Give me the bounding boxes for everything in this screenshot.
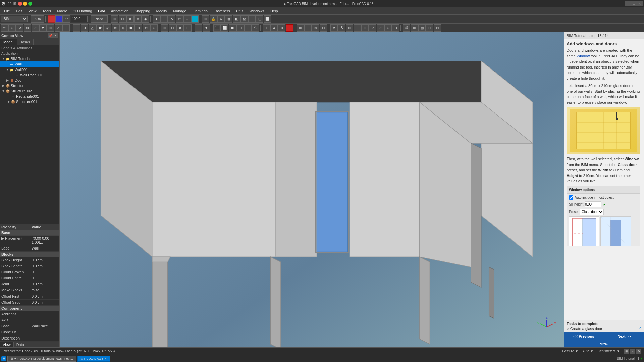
tb2-37[interactable]: ⊞ (297, 24, 304, 32)
tb2-29[interactable]: ◼ (229, 24, 236, 32)
view-grid-icon[interactable]: ⊞ (624, 349, 629, 354)
tb-circle[interactable]: ● (153, 15, 160, 23)
tb2-27[interactable]: ⬛ (213, 24, 221, 32)
tb2-28[interactable]: ⬜ (221, 24, 228, 32)
prop-axis[interactable]: Axis (0, 317, 59, 323)
tb-misc-6[interactable]: ⬜ (264, 15, 271, 23)
tb2-32[interactable]: ⬠ (252, 24, 259, 32)
tab-view[interactable]: View (0, 342, 14, 347)
tb2-15[interactable]: ⊚ (112, 24, 119, 32)
tb2-18[interactable]: ⊛ (135, 24, 142, 32)
tb2-10[interactable]: ⊾ (73, 24, 80, 32)
minimize-button[interactable]: ─ (625, 1, 631, 6)
prop-count-broken[interactable]: Count Broken 0 (0, 269, 59, 275)
tb-square[interactable] (191, 15, 199, 23)
tb2-43[interactable]: ⊞ (346, 24, 353, 32)
tb2-52[interactable]: ▤ (418, 24, 426, 32)
tb2-8[interactable]: ⌂ (55, 24, 62, 32)
tb2-5[interactable]: ↗ (32, 24, 39, 32)
view-list-icon[interactable]: ≡ (630, 349, 635, 354)
tb2-31[interactable]: ⬡ (244, 24, 252, 32)
tb-plus[interactable]: + (160, 15, 168, 23)
tb2-17[interactable]: ⬢ (127, 24, 135, 32)
prop-block-length[interactable]: Block Length 0.0 cm (0, 263, 59, 269)
tb-color-2[interactable] (55, 15, 63, 23)
tb2-22[interactable]: ⊟ (169, 24, 176, 32)
tb-misc-2[interactable]: ◧ (233, 15, 240, 23)
tb-grid[interactable]: ⊞ (202, 15, 209, 23)
size-input[interactable] (71, 16, 88, 22)
tb-move[interactable]: ↔ (183, 15, 191, 23)
prop-label[interactable]: Label Wall (0, 245, 59, 252)
menu-view[interactable]: View (26, 8, 39, 14)
mode-button[interactable]: Auto (31, 15, 44, 23)
tree-structure001[interactable]: ▶ 📦 Structure001 (0, 99, 59, 104)
tb2-3[interactable]: ↺ (16, 24, 23, 32)
tb2-7[interactable]: ⊞ (47, 24, 54, 32)
view-settings-icon[interactable]: ⚙ (636, 349, 641, 354)
gesture-control[interactable]: Gesture ▼ (562, 349, 578, 353)
tree-door[interactable]: ▶ 🚪 Door (0, 78, 59, 83)
snap-1[interactable]: ⊞ (111, 15, 118, 23)
combo-close[interactable]: ✕ (53, 33, 58, 38)
tb-misc-5[interactable]: ◫ (256, 15, 263, 23)
tb2-49[interactable]: ⊙ (392, 24, 399, 32)
tree-walltrace001[interactable]: ◦ WallTrace001 (0, 72, 59, 78)
tb2-45[interactable]: ↕ (361, 24, 369, 32)
tb-lock[interactable]: 🔒 (210, 15, 217, 23)
prop-offset-first[interactable]: Offset First 0.0 cm (0, 293, 59, 300)
tb2-11[interactable]: ⊿ (81, 24, 88, 32)
tb-misc-1[interactable]: ▦ (225, 15, 232, 23)
view-icons[interactable]: ⊞ ≡ ⚙ (624, 349, 641, 354)
prop-placement[interactable]: ▶ Placement [(0.00 0.00 1.00)... (0, 236, 59, 245)
tb2-1[interactable]: ✏ (1, 24, 8, 32)
taskbar-close[interactable]: ✕ (104, 357, 107, 360)
prop-additions[interactable]: Additions (0, 311, 59, 317)
prop-count-entire[interactable]: Count Entire 0 (0, 275, 59, 281)
prop-joint[interactable]: Joint 0.0 cm (0, 281, 59, 287)
menu-macro[interactable]: Macro (54, 8, 70, 14)
snap-5[interactable]: ◉ (142, 15, 149, 23)
traffic-red[interactable] (18, 2, 22, 6)
menu-2d-drafting[interactable]: 2D Drafting (71, 8, 95, 14)
tb2-47[interactable]: ↗ (377, 24, 384, 32)
tb2-50[interactable]: 🏛 (403, 24, 410, 32)
tb2-41[interactable]: A (330, 24, 338, 32)
tb2-38[interactable]: ⊡ (304, 24, 312, 32)
traffic-yellow[interactable] (23, 2, 27, 6)
tb2-40[interactable]: ⊟ (320, 24, 327, 32)
next-button[interactable]: Next >> (604, 332, 644, 341)
tb2-9[interactable]: ⬡ (62, 24, 70, 32)
snap-2[interactable]: ⊡ (119, 15, 126, 23)
tb2-25[interactable]: — (195, 24, 202, 32)
none-btn[interactable]: None (91, 15, 108, 23)
prop-make-blocks[interactable]: Make Blocks false (0, 287, 59, 293)
menu-snapping[interactable]: Snapping (132, 8, 153, 14)
tb-linewidth[interactable]: 1p (63, 15, 70, 23)
tb2-33[interactable]: + (263, 24, 270, 32)
tb2-54[interactable]: ⊠ (434, 24, 441, 32)
tab-model[interactable]: Model (0, 39, 17, 45)
tb-color-1[interactable] (48, 15, 55, 23)
tree-bim-tutorial[interactable]: ▼ 📁 BIM Tutorial (0, 56, 59, 61)
tb2-16[interactable]: ◍ (119, 24, 127, 32)
traffic-green[interactable] (28, 2, 32, 6)
tb-rotate[interactable]: ↻ (217, 15, 225, 23)
tree-wall001[interactable]: ▼ 📁 Wall001 (0, 67, 59, 72)
prop-base[interactable]: Base WallTrace (0, 323, 59, 329)
tb2-30[interactable]: ◻ (236, 24, 244, 32)
tb2-44[interactable]: ↔ (354, 24, 361, 32)
menu-edit[interactable]: Edit (13, 8, 25, 14)
tb2-14[interactable]: ◎ (104, 24, 111, 32)
prop-description[interactable]: Description (0, 335, 59, 342)
tb2-34[interactable]: ↺ (270, 24, 278, 32)
tree-wall[interactable]: ▬ Wall (0, 61, 59, 67)
tb2-2[interactable]: ⊙ (8, 24, 16, 32)
tb2-26[interactable]: ▼ (203, 24, 210, 32)
tb2-24[interactable]: ⊡ (184, 24, 192, 32)
tb2-23[interactable]: ⊠ (176, 24, 184, 32)
workbench-selector[interactable]: BIM (1, 16, 28, 22)
tree-structure002[interactable]: ▼ 📦 Structure002 (0, 88, 59, 94)
tb2-20[interactable]: ⊝ (150, 24, 158, 32)
menu-annotation[interactable]: Annotation (108, 8, 131, 14)
